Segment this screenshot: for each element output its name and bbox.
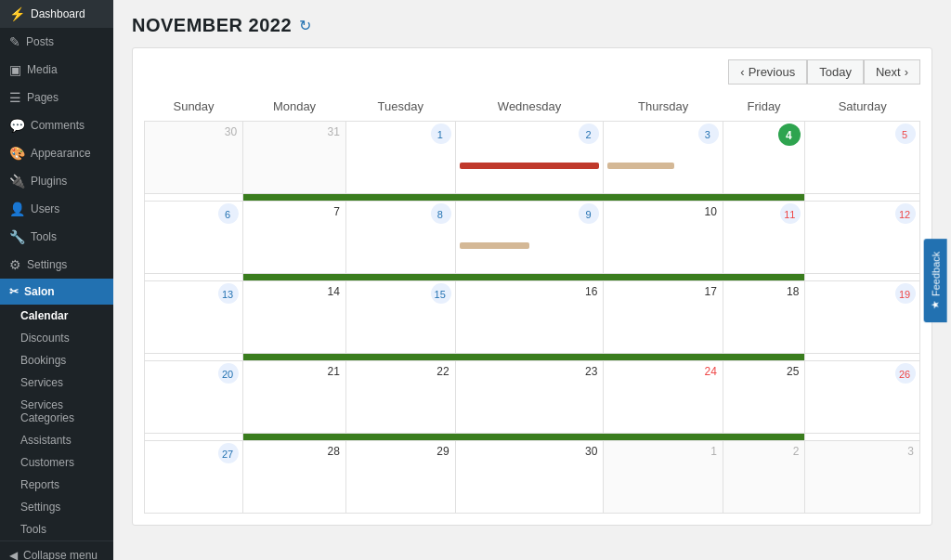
- collapse-menu-button[interactable]: ◀ Collapse menu: [0, 540, 113, 560]
- day-cell[interactable]: 26: [805, 361, 920, 434]
- day-cell[interactable]: 12: [805, 202, 920, 274]
- day-cell[interactable]: 30: [455, 441, 604, 514]
- calendar-nav: ‹ Previous Today Next ›: [144, 59, 920, 85]
- sidebar-item-dashboard[interactable]: ⚡ Dashboard: [0, 0, 113, 28]
- users-icon: 👤: [9, 202, 25, 216]
- col-thursday: Thursday: [604, 96, 723, 122]
- event-row: [145, 434, 920, 441]
- day-cell[interactable]: 18: [723, 281, 805, 354]
- sidebar-salon-header[interactable]: ✂ Salon: [0, 279, 113, 305]
- feedback-tab[interactable]: ★ Feedback: [923, 238, 946, 321]
- event-row: [145, 274, 920, 281]
- calendar-grid: Sunday Monday Tuesday Wednesday Thursday…: [144, 96, 920, 514]
- salon-icon: ✂: [9, 285, 19, 298]
- main-content: NOVEMBER 2022 ↻ ‹ Previous Today Next › …: [113, 0, 951, 560]
- day-cell[interactable]: 9: [455, 202, 604, 274]
- col-friday: Friday: [723, 96, 805, 122]
- day-cell[interactable]: 10: [604, 202, 723, 274]
- settings-icon: ⚙: [9, 257, 21, 272]
- appearance-icon: 🎨: [9, 146, 25, 161]
- day-cell[interactable]: 13: [145, 281, 243, 354]
- sidebar-item-comments[interactable]: 💬 Comments: [0, 111, 113, 139]
- posts-icon: ✎: [9, 34, 20, 49]
- day-cell[interactable]: 1: [604, 441, 723, 514]
- col-wednesday: Wednesday: [455, 96, 604, 122]
- sidebar-item-pages[interactable]: ☰ Pages: [0, 84, 113, 111]
- day-cell[interactable]: 7: [243, 202, 346, 274]
- sidebar-item-settings[interactable]: ⚙ Settings: [0, 251, 113, 279]
- today-button[interactable]: Today: [807, 59, 864, 85]
- day-cell[interactable]: 5: [805, 122, 920, 194]
- sidebar-item-customers[interactable]: Customers: [0, 451, 113, 474]
- day-cell[interactable]: 19: [805, 281, 920, 354]
- day-cell[interactable]: 17: [604, 281, 723, 354]
- week-row: 30 31 1 2 3 4 5: [145, 122, 920, 194]
- sidebar-item-calendar[interactable]: Calendar: [0, 305, 113, 327]
- day-cell[interactable]: 6: [145, 202, 243, 274]
- col-saturday: Saturday: [805, 96, 920, 122]
- previous-button[interactable]: ‹ Previous: [728, 59, 807, 85]
- page-header: NOVEMBER 2022 ↻: [132, 15, 932, 36]
- col-monday: Monday: [243, 96, 346, 122]
- day-cell[interactable]: 21: [243, 361, 346, 434]
- col-tuesday: Tuesday: [345, 96, 455, 122]
- day-cell-today[interactable]: 4: [723, 122, 805, 194]
- event-row: [145, 194, 920, 202]
- day-cell[interactable]: 30: [145, 122, 243, 194]
- sidebar-item-plugins[interactable]: 🔌 Plugins: [0, 167, 113, 195]
- day-cell[interactable]: 14: [243, 281, 346, 354]
- sidebar-item-bookings[interactable]: Bookings: [0, 349, 113, 371]
- event-bar-red: [460, 163, 600, 169]
- plugins-icon: 🔌: [9, 174, 25, 189]
- feedback-star-icon: ★: [929, 300, 941, 309]
- chevron-right-icon: ›: [905, 65, 908, 79]
- day-cell[interactable]: 28: [243, 441, 346, 514]
- week-row: 6 7 8 9 10 11 12: [145, 202, 920, 274]
- day-cell[interactable]: 29: [345, 441, 455, 514]
- page-title: NOVEMBER 2022: [132, 15, 292, 36]
- event-bar-tan: [607, 163, 674, 169]
- sidebar-item-appearance[interactable]: 🎨 Appearance: [0, 139, 113, 167]
- sidebar-item-settings-sub[interactable]: Settings: [0, 496, 113, 518]
- day-cell[interactable]: 22: [345, 361, 455, 434]
- day-cell[interactable]: 24: [604, 361, 723, 434]
- day-cell[interactable]: 1: [345, 122, 455, 194]
- day-cell[interactable]: 3: [604, 122, 723, 194]
- day-cell[interactable]: 3: [805, 441, 920, 514]
- sidebar-item-tools-sub[interactable]: Tools: [0, 518, 113, 540]
- calendar-container: ‹ Previous Today Next › Sunday Monday Tu…: [132, 47, 932, 526]
- day-cell[interactable]: 27: [145, 441, 243, 514]
- week-row: 27 28 29 30 1 2 3: [145, 441, 920, 514]
- day-cell[interactable]: 23: [455, 361, 604, 434]
- sidebar-item-posts[interactable]: ✎ Posts: [0, 28, 113, 56]
- day-cell[interactable]: 20: [145, 361, 243, 434]
- sidebar: ⚡ Dashboard ✎ Posts ▣ Media ☰ Pages 💬 Co…: [0, 0, 113, 560]
- day-cell[interactable]: 2: [455, 122, 604, 194]
- refresh-icon[interactable]: ↻: [299, 17, 311, 34]
- col-sunday: Sunday: [145, 96, 243, 122]
- sidebar-item-services[interactable]: Services: [0, 371, 113, 394]
- sidebar-item-media[interactable]: ▣ Media: [0, 56, 113, 84]
- sidebar-item-tools[interactable]: 🔧 Tools: [0, 223, 113, 251]
- next-button[interactable]: Next ›: [864, 59, 920, 85]
- sidebar-item-discounts[interactable]: Discounts: [0, 327, 113, 349]
- day-cell[interactable]: 31: [243, 122, 346, 194]
- sidebar-item-users[interactable]: 👤 Users: [0, 195, 113, 223]
- day-cell[interactable]: 11: [723, 202, 805, 274]
- day-cell[interactable]: 8: [345, 202, 455, 274]
- pages-icon: ☰: [9, 90, 21, 105]
- week-row: 13 14 15 16 17 18 19: [145, 281, 920, 354]
- media-icon: ▣: [9, 62, 21, 77]
- day-cell[interactable]: 15: [345, 281, 455, 354]
- tools-icon: 🔧: [9, 229, 25, 244]
- day-cell[interactable]: 16: [455, 281, 604, 354]
- sidebar-item-services-categories[interactable]: Services Categories: [0, 394, 113, 429]
- sidebar-item-assistants[interactable]: Assistants: [0, 429, 113, 451]
- day-cell[interactable]: 25: [723, 361, 805, 434]
- chevron-left-icon: ‹: [740, 65, 744, 79]
- sidebar-item-reports[interactable]: Reports: [0, 474, 113, 496]
- day-cell[interactable]: 2: [723, 441, 805, 514]
- week-row: 20 21 22 23 24 25 26: [145, 361, 920, 434]
- dashboard-icon: ⚡: [9, 7, 25, 21]
- event-bar-tan: [460, 242, 529, 249]
